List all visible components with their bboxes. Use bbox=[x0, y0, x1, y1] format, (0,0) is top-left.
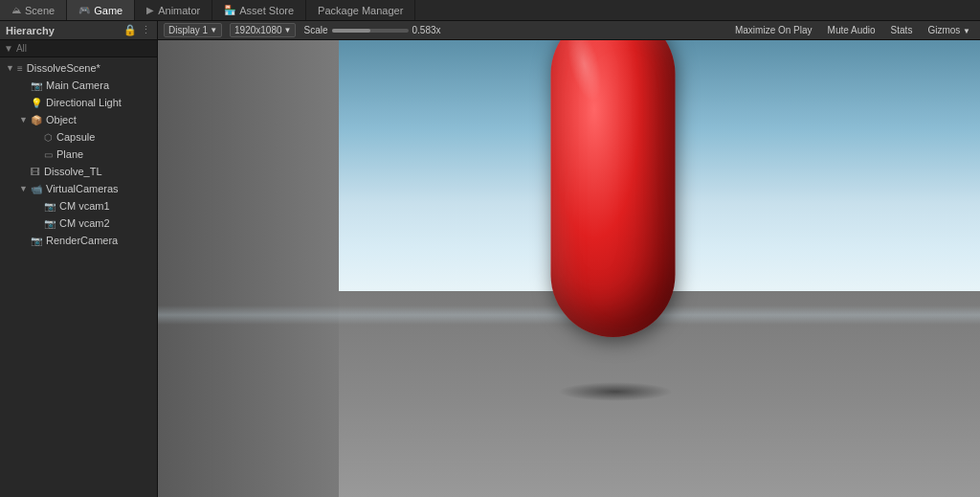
vcam1-icon: 📷 bbox=[44, 201, 56, 212]
tab-game[interactable]: 🎮 Game bbox=[67, 0, 135, 20]
main-layout: Hierarchy 🔒 ⋮ ▼ ▼ ≡ DissolveScene* bbox=[0, 21, 980, 497]
gizmos-button[interactable]: Gizmos ▼ bbox=[924, 24, 974, 36]
scale-slider[interactable] bbox=[332, 29, 409, 33]
capsule-container bbox=[550, 40, 675, 337]
stats-button[interactable]: Stats bbox=[887, 24, 917, 36]
hierarchy-icons: 🔒 ⋮ bbox=[123, 24, 151, 36]
tab-bar: ⛰ Scene 🎮 Game ▶ Animator 🏪 Asset Store … bbox=[0, 0, 980, 21]
tree-item-object[interactable]: ▼ 📦 Object bbox=[0, 111, 157, 128]
game-toolbar: Display 1 ▼ 1920x1080 ▼ Scale 0.583x Max… bbox=[158, 21, 980, 40]
scene-icon: ⛰ bbox=[11, 5, 21, 15]
plane-icon: ▭ bbox=[44, 149, 53, 160]
tab-animator[interactable]: ▶ Animator bbox=[135, 0, 212, 20]
scale-bar: Scale 0.583x bbox=[303, 25, 440, 35]
tree-item-render-camera[interactable]: 📷 RenderCamera bbox=[0, 232, 157, 249]
search-input[interactable] bbox=[16, 43, 153, 54]
game-icon: 🎮 bbox=[78, 5, 90, 15]
animator-icon: ▶ bbox=[146, 5, 154, 15]
tree-item-cm-vcam1[interactable]: 📷 CM vcam1 bbox=[0, 197, 157, 215]
display-dropdown[interactable]: Display 1 ▼ bbox=[164, 23, 222, 37]
tree-item-dissolve-tl[interactable]: 🎞 Dissolve_TL bbox=[0, 163, 157, 180]
tree-item-main-camera[interactable]: 📷 Main Camera bbox=[0, 77, 157, 94]
hierarchy-title: Hierarchy bbox=[6, 25, 55, 36]
tree-item-directional-light[interactable]: 💡 Directional Light bbox=[0, 94, 157, 111]
dropdown-arrow-icon: ▼ bbox=[210, 26, 217, 34]
hierarchy-header: Hierarchy 🔒 ⋮ bbox=[0, 21, 157, 40]
tree-item-dissolve-scene[interactable]: ▼ ≡ DissolveScene* bbox=[0, 59, 157, 77]
scale-slider-fill bbox=[332, 29, 370, 33]
tab-scene[interactable]: ⛰ Scene bbox=[0, 0, 67, 20]
resolution-dropdown[interactable]: 1920x1080 ▼ bbox=[230, 23, 296, 37]
tree-item-capsule[interactable]: ⬡ Capsule bbox=[0, 128, 157, 146]
left-wall bbox=[158, 40, 339, 497]
search-bar: ▼ bbox=[0, 40, 157, 57]
capsule-icon: ⬡ bbox=[44, 132, 53, 143]
lock-icon[interactable]: 🔒 bbox=[123, 24, 137, 36]
vcam2-icon: 📷 bbox=[44, 218, 56, 229]
tree-item-cm-vcam2[interactable]: 📷 CM vcam2 bbox=[0, 215, 157, 232]
more-icon[interactable]: ⋮ bbox=[141, 24, 151, 36]
render-camera-icon: 📷 bbox=[31, 236, 42, 246]
toolbar-right: Maximize On Play Mute Audio Stats Gizmos… bbox=[731, 24, 974, 36]
gizmos-dropdown-icon: ▼ bbox=[963, 27, 970, 35]
virtual-cameras-icon: 📹 bbox=[31, 184, 42, 194]
hierarchy-tree: ▼ ≡ DissolveScene* 📷 Main Camera 💡 Direc… bbox=[0, 57, 157, 497]
resolution-dropdown-arrow-icon: ▼ bbox=[284, 26, 292, 34]
search-icon: ▼ bbox=[4, 43, 13, 54]
expand-icon: ▼ bbox=[6, 63, 15, 73]
scene-obj-icon: ≡ bbox=[17, 63, 23, 74]
capsule-shadow bbox=[558, 382, 673, 401]
camera-icon: 📷 bbox=[31, 80, 42, 91]
capsule-object bbox=[550, 40, 675, 337]
game-panel: Display 1 ▼ 1920x1080 ▼ Scale 0.583x Max… bbox=[158, 21, 980, 497]
dissolve-tl-icon: 🎞 bbox=[31, 167, 40, 177]
light-icon: 💡 bbox=[31, 98, 42, 108]
object-icon: 📦 bbox=[31, 115, 42, 125]
tree-item-plane[interactable]: ▭ Plane bbox=[0, 146, 157, 163]
tab-package-manager[interactable]: Package Manager bbox=[306, 0, 415, 20]
tree-item-virtual-cameras[interactable]: ▼ 📹 VirtualCameras bbox=[0, 180, 157, 197]
tab-asset-store[interactable]: 🏪 Asset Store bbox=[212, 0, 306, 20]
maximize-on-play-button[interactable]: Maximize On Play bbox=[731, 24, 816, 36]
hierarchy-panel: Hierarchy 🔒 ⋮ ▼ ▼ ≡ DissolveScene* bbox=[0, 21, 158, 497]
game-viewport bbox=[158, 40, 980, 497]
mute-audio-button[interactable]: Mute Audio bbox=[824, 24, 880, 36]
asset-store-icon: 🏪 bbox=[224, 5, 235, 15]
